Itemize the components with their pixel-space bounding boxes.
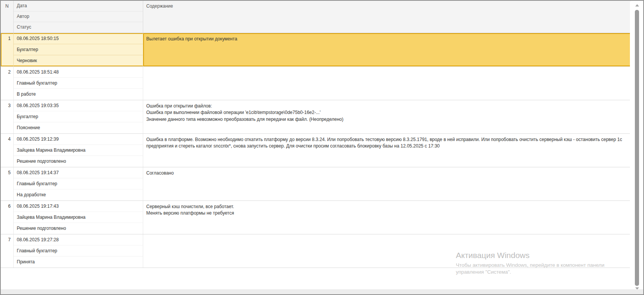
content-cell[interactable]: Ошибка при открытии файлов: Ошибка при в…	[143, 100, 631, 133]
message-row-2[interactable]: 2 08.06.2025 18:51:48 Главный бухгалтер …	[1, 67, 631, 100]
status-cell[interactable]: Пояснение	[14, 122, 143, 133]
status-cell[interactable]: Черновик	[14, 55, 143, 66]
row-main-cells: 08.06.2025 18:50:15 Бухгалтер Черновик	[14, 33, 143, 66]
status-cell[interactable]: Решение подготовлено	[14, 223, 143, 234]
scrollbar-thumb[interactable]	[635, 10, 639, 286]
content-cell[interactable]: Серверный кэш почистили, все работает. М…	[143, 201, 631, 234]
row-main-cells: 08.06.2025 19:14:37 Главный бухгалтер На…	[14, 167, 143, 200]
horizontal-scroll-strip	[1, 289, 643, 294]
author-cell[interactable]: Главный бухгалтер	[14, 78, 143, 89]
message-row-4[interactable]: 4 08.06.2025 19:12:39 Зайцева Марина Вла…	[1, 134, 631, 167]
author-cell[interactable]: Главный бухгалтер	[14, 245, 143, 257]
row-number-cell[interactable]: 4	[1, 134, 14, 167]
messages-list-window: N Дата Автор Статус Содержание 1 08.06.2…	[0, 0, 644, 295]
status-cell[interactable]: В работе	[14, 89, 143, 100]
author-cell[interactable]: Главный бухгалтер	[14, 178, 143, 189]
table-header: N Дата Автор Статус Содержание	[1, 1, 631, 33]
author-cell[interactable]: Бухгалтер	[14, 44, 143, 55]
row-main-cells: 08.06.2025 18:51:48 Главный бухгалтер В …	[14, 67, 143, 100]
messages-table: N Дата Автор Статус Содержание 1 08.06.2…	[1, 1, 631, 268]
author-cell[interactable]: Бухгалтер	[14, 111, 143, 122]
header-cell-date[interactable]: Дата	[14, 1, 143, 11]
header-cell-status[interactable]: Статус	[14, 22, 143, 33]
row-number-cell[interactable]: 2	[1, 67, 14, 100]
content-cell[interactable]	[143, 67, 631, 100]
date-cell[interactable]: 08.06.2025 18:50:15	[14, 33, 143, 44]
header-cell-content[interactable]: Содержание	[143, 1, 631, 33]
author-cell[interactable]: Зайцева Марина Владимировна	[14, 145, 143, 156]
date-cell[interactable]: 08.06.2025 19:12:39	[14, 134, 143, 145]
scroll-up-icon[interactable]	[635, 4, 639, 6]
row-number-cell[interactable]: 1	[1, 33, 14, 66]
row-main-cells: 08.06.2025 19:03:35 Бухгалтер Пояснение	[14, 100, 143, 133]
row-main-cells: 08.06.2025 19:17:43 Зайцева Марина Влади…	[14, 201, 143, 234]
status-cell[interactable]: Принята	[14, 257, 143, 268]
header-cell-author[interactable]: Автор	[14, 11, 143, 22]
content-cell[interactable]	[143, 234, 631, 268]
content-cell[interactable]: Согласовано	[143, 167, 631, 200]
row-number-cell[interactable]: 5	[1, 167, 14, 200]
content-cell[interactable]: Вылетает ошибка при открытии документа	[143, 33, 631, 66]
status-cell[interactable]: На доработке	[14, 189, 143, 200]
date-cell[interactable]: 08.06.2025 19:14:37	[14, 167, 143, 178]
message-row-6[interactable]: 6 08.06.2025 19:17:43 Зайцева Марина Вла…	[1, 201, 631, 234]
status-cell[interactable]: Решение подготовлено	[14, 156, 143, 167]
vertical-scrollbar[interactable]	[630, 2, 642, 289]
message-row-7[interactable]: 7 08.06.2025 19:27:28 Главный бухгалтер …	[1, 234, 631, 268]
row-number-cell[interactable]: 6	[1, 201, 14, 234]
date-cell[interactable]: 08.06.2025 19:03:35	[14, 100, 143, 111]
date-cell[interactable]: 08.06.2025 19:17:43	[14, 201, 143, 212]
date-cell[interactable]: 08.06.2025 18:51:48	[14, 67, 143, 78]
message-row-1[interactable]: 1 08.06.2025 18:50:15 Бухгалтер Черновик…	[1, 33, 631, 67]
header-group-main: Дата Автор Статус	[14, 1, 143, 33]
row-main-cells: 08.06.2025 19:27:28 Главный бухгалтер Пр…	[14, 234, 143, 268]
date-cell[interactable]: 08.06.2025 19:27:28	[14, 234, 143, 245]
content-cell[interactable]: Ошибка в платформе. Возможно необходимо …	[143, 134, 631, 167]
row-main-cells: 08.06.2025 19:12:39 Зайцева Марина Влади…	[14, 134, 143, 167]
message-row-5[interactable]: 5 08.06.2025 19:14:37 Главный бухгалтер …	[1, 167, 631, 201]
row-number-cell[interactable]: 7	[1, 234, 14, 268]
author-cell[interactable]: Зайцева Марина Владимировна	[14, 212, 143, 223]
row-number-cell[interactable]: 3	[1, 100, 14, 133]
message-row-3[interactable]: 3 08.06.2025 19:03:35 Бухгалтер Пояснени…	[1, 100, 631, 134]
header-cell-n[interactable]: N	[1, 1, 14, 33]
